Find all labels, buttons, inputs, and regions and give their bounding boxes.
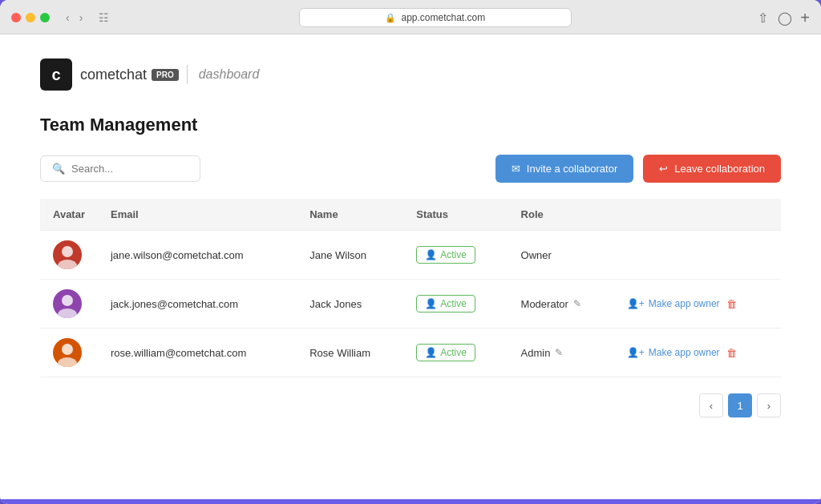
team-table: Avatar Email Name Status Role jane.wilso… xyxy=(40,199,781,377)
downloads-button[interactable]: ◯ xyxy=(776,9,794,27)
make-app-owner-button[interactable]: 👤+ Make app owner xyxy=(627,298,720,309)
browser-actions: ⇧ ◯ + xyxy=(756,9,810,27)
close-button[interactable] xyxy=(11,13,21,22)
brand-name: cometchat PRO xyxy=(80,67,179,83)
role-cell: Admin ✎ xyxy=(508,329,614,377)
invite-collaborator-button[interactable]: ✉ Invite a collaborator xyxy=(495,155,633,183)
make-owner-icon: 👤+ xyxy=(627,298,645,309)
actions-cell: 👤+ Make app owner 🗑 xyxy=(614,280,781,329)
name-cell: Rose William xyxy=(297,329,403,377)
status-badge: 👤 Active xyxy=(416,344,475,361)
role-cell: Moderator ✎ xyxy=(508,280,614,329)
role-cell: Owner xyxy=(508,231,614,280)
table-row: jack.jones@cometchat.comJack Jones 👤 Act… xyxy=(40,280,781,329)
status-cell: 👤 Active xyxy=(403,329,508,377)
avatar-cell xyxy=(40,329,98,377)
status-cell: 👤 Active xyxy=(403,231,508,280)
status-badge: 👤 Active xyxy=(416,295,475,312)
avatar xyxy=(53,338,82,367)
leave-collaboration-button[interactable]: ↩ Leave collaboration xyxy=(643,155,781,183)
logo-letter: c xyxy=(51,66,60,84)
url-pill[interactable]: 🔒 app.cometchat.com xyxy=(299,8,572,27)
action-container: 👤+ Make app owner 🗑 xyxy=(627,298,768,310)
back-button[interactable]: ‹ xyxy=(63,10,73,26)
make-owner-label: Make app owner xyxy=(649,298,720,309)
header-divider xyxy=(187,65,188,84)
col-role: Role xyxy=(508,199,614,231)
delete-icon[interactable]: 🗑 xyxy=(726,347,737,359)
search-box[interactable]: 🔍 xyxy=(40,155,200,182)
actions-cell xyxy=(614,231,781,280)
delete-icon[interactable]: 🗑 xyxy=(726,298,737,310)
status-icon: 👤 xyxy=(425,298,437,309)
svg-point-1 xyxy=(58,260,77,269)
avatar-cell xyxy=(40,280,98,329)
logo-mark: c xyxy=(40,58,72,91)
new-tab-button[interactable]: + xyxy=(800,10,810,26)
status-badge: 👤 Active xyxy=(416,246,475,264)
address-bar: 🔒 app.cometchat.com xyxy=(122,8,748,27)
role-container: Moderator ✎ xyxy=(521,298,601,310)
status-icon: 👤 xyxy=(425,347,437,358)
nav-buttons: ‹ › xyxy=(63,10,86,26)
role-container: Admin ✎ xyxy=(521,347,601,359)
make-owner-label: Make app owner xyxy=(649,347,720,358)
invite-label: Invite a collaborator xyxy=(527,163,617,175)
table-header: Avatar Email Name Status Role xyxy=(40,199,781,231)
col-email: Email xyxy=(98,199,297,231)
role-text: Admin xyxy=(521,347,551,359)
status-text: Active xyxy=(440,298,467,309)
col-actions xyxy=(614,199,781,231)
share-button[interactable]: ⇧ xyxy=(756,9,770,27)
page-1-button[interactable]: 1 xyxy=(728,393,752,417)
svg-point-4 xyxy=(62,344,73,355)
bottom-bar xyxy=(0,499,821,504)
avatar xyxy=(53,240,82,269)
status-text: Active xyxy=(440,249,467,260)
search-icon: 🔍 xyxy=(52,163,65,175)
make-app-owner-button[interactable]: 👤+ Make app owner xyxy=(627,347,720,358)
app-header: c cometchat PRO dashboard xyxy=(40,58,781,91)
email-cell: rose.william@cometchat.com xyxy=(98,329,297,377)
avatar-cell xyxy=(40,231,98,280)
action-container: 👤+ Make app owner 🗑 xyxy=(627,347,768,359)
svg-point-3 xyxy=(58,308,77,318)
brand-text: cometchat xyxy=(80,67,147,83)
name-cell: Jane Wilson xyxy=(297,231,403,280)
minimize-button[interactable] xyxy=(26,13,35,22)
toolbar: 🔍 ✉ Invite a collaborator ↩ Leave collab… xyxy=(40,155,781,183)
lock-icon: 🔒 xyxy=(385,13,396,23)
make-owner-icon: 👤+ xyxy=(627,347,645,358)
search-input[interactable] xyxy=(71,163,188,175)
maximize-button[interactable] xyxy=(40,13,50,22)
table-body: jane.wilson@cometchat.comJane Wilson 👤 A… xyxy=(40,231,781,377)
svg-point-0 xyxy=(62,246,73,257)
status-cell: 👤 Active xyxy=(403,280,508,329)
status-text: Active xyxy=(440,347,467,358)
traffic-lights xyxy=(11,13,50,22)
leave-icon: ↩ xyxy=(659,163,668,175)
actions-cell: 👤+ Make app owner 🗑 xyxy=(614,329,781,377)
next-page-button[interactable]: › xyxy=(757,393,781,417)
email-cell: jack.jones@cometchat.com xyxy=(98,280,297,329)
page-title: Team Management xyxy=(40,115,781,135)
svg-point-5 xyxy=(58,357,77,367)
avatar xyxy=(53,289,82,318)
role-text: Moderator xyxy=(521,298,568,310)
table-row: jane.wilson@cometchat.comJane Wilson 👤 A… xyxy=(40,231,781,280)
reader-view-button[interactable]: ☷ xyxy=(94,10,114,26)
pro-badge: PRO xyxy=(152,69,179,81)
status-icon: 👤 xyxy=(425,249,437,260)
col-status: Status xyxy=(403,199,508,231)
forward-button[interactable]: › xyxy=(76,10,87,26)
name-cell: Jack Jones xyxy=(297,280,403,329)
browser-chrome: ‹ › ☷ 🔒 app.cometchat.com ⇧ ◯ + xyxy=(0,0,821,34)
edit-role-icon[interactable]: ✎ xyxy=(573,298,581,309)
edit-role-icon[interactable]: ✎ xyxy=(555,347,563,358)
leave-label: Leave collaboration xyxy=(674,163,765,175)
browser-window: ‹ › ☷ 🔒 app.cometchat.com ⇧ ◯ + c cometc… xyxy=(0,0,821,504)
email-cell: jane.wilson@cometchat.com xyxy=(98,231,297,280)
prev-page-button[interactable]: ‹ xyxy=(699,393,723,417)
pagination: ‹ 1 › xyxy=(40,393,781,417)
url-text: app.cometchat.com xyxy=(401,12,485,23)
